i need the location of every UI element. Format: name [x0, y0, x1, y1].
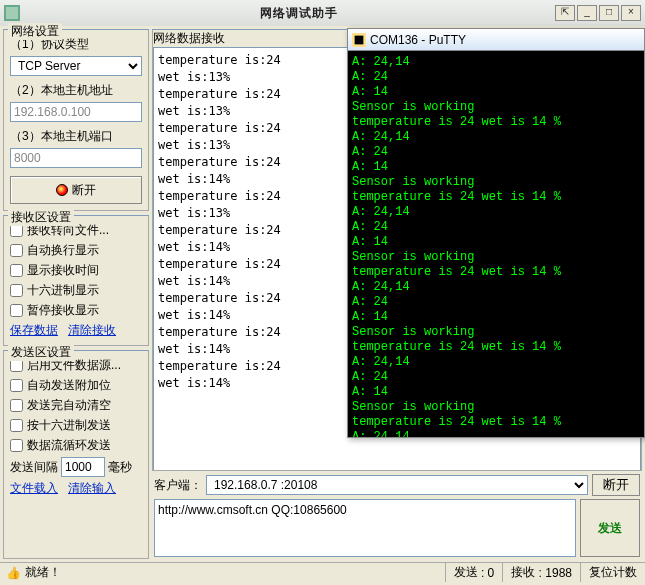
putty-terminal[interactable]: A: 24,14 A: 24 A: 14 Sensor is working t… [348, 51, 644, 437]
network-legend: 网络设置 [8, 23, 62, 40]
close-button[interactable]: × [621, 5, 641, 21]
client-select[interactable]: 192.168.0.7 :20108 [206, 475, 588, 495]
chk-pause[interactable] [10, 304, 23, 317]
tx-cell: 发送 : 0 [445, 563, 503, 582]
interval-input[interactable] [61, 457, 105, 477]
port-input[interactable] [10, 148, 142, 168]
client-label: 客户端： [154, 477, 202, 494]
host-label: （2）本地主机地址 [10, 82, 142, 99]
link-save-data[interactable]: 保存数据 [10, 322, 58, 339]
chk-append-label: 自动发送附加位 [27, 377, 111, 394]
send-legend: 发送区设置 [8, 344, 74, 361]
recv-settings-group: 接收区设置 接收转向文件... 自动换行显示 显示接收时间 十六进制显示 暂停接… [3, 215, 149, 346]
disconnect-label: 断开 [72, 182, 96, 199]
status-bar: 👍 就绪！ 发送 : 0 接收 : 1988 复位计数 [0, 562, 645, 582]
chk-autoclear-label: 发送完自动清空 [27, 397, 111, 414]
chk-append[interactable] [10, 379, 23, 392]
send-button[interactable]: 发送 [580, 499, 640, 557]
interval-unit: 毫秒 [108, 459, 132, 476]
disconnect-button[interactable]: 断开 [10, 176, 142, 204]
recv-legend: 接收区设置 [8, 209, 74, 226]
chk-autoclear[interactable] [10, 399, 23, 412]
send-textarea[interactable]: http://www.cmsoft.cn QQ:10865600 [154, 499, 576, 557]
putty-window[interactable]: COM136 - PuTTY A: 24,14 A: 24 A: 14 Sens… [347, 28, 645, 438]
client-disconnect-button[interactable]: 断开 [592, 474, 640, 496]
svg-rect-3 [355, 35, 364, 44]
protocol-select[interactable]: TCP Server [10, 56, 142, 76]
chk-time-label: 显示接收时间 [27, 262, 99, 279]
send-settings-group: 发送区设置 启用文件数据源... 自动发送附加位 发送完自动清空 按十六进制发送… [3, 350, 149, 559]
link-clear-input[interactable]: 清除输入 [68, 480, 116, 497]
link-clear-recv[interactable]: 清除接收 [68, 322, 116, 339]
chk-wrap-label: 自动换行显示 [27, 242, 99, 259]
chk-hex-send-label: 按十六进制发送 [27, 417, 111, 434]
status-icon: 👍 [4, 566, 21, 580]
chk-time[interactable] [10, 264, 23, 277]
status-ready: 就绪！ [21, 564, 445, 581]
chk-loop-label: 数据流循环发送 [27, 437, 111, 454]
chk-hex-recv-label: 十六进制显示 [27, 282, 99, 299]
network-settings-group: 网络设置 （1）协议类型 TCP Server （2）本地主机地址 （3）本地主… [3, 29, 149, 211]
interval-label: 发送间隔 [10, 459, 58, 476]
rx-cell: 接收 : 1988 [502, 563, 580, 582]
putty-icon [352, 33, 366, 47]
reset-counter-button[interactable]: 复位计数 [580, 563, 645, 582]
pin-button[interactable]: ⇱ [555, 5, 575, 21]
window-title: 网络调试助手 [42, 5, 555, 22]
main-titlebar: 网络调试助手 ⇱ _ □ × [0, 0, 645, 26]
chk-wrap[interactable] [10, 244, 23, 257]
chk-hex-recv[interactable] [10, 284, 23, 297]
maximize-button[interactable]: □ [599, 5, 619, 21]
minimize-button[interactable]: _ [577, 5, 597, 21]
port-label: （3）本地主机端口 [10, 128, 142, 145]
chk-loop[interactable] [10, 439, 23, 452]
chk-pause-label: 暂停接收显示 [27, 302, 99, 319]
svg-rect-1 [6, 7, 18, 19]
app-icon [4, 5, 20, 21]
putty-title-text: COM136 - PuTTY [370, 33, 640, 47]
host-input[interactable] [10, 102, 142, 122]
putty-titlebar[interactable]: COM136 - PuTTY [348, 29, 644, 51]
record-icon [56, 184, 68, 196]
link-load-file[interactable]: 文件载入 [10, 480, 58, 497]
chk-hex-send[interactable] [10, 419, 23, 432]
